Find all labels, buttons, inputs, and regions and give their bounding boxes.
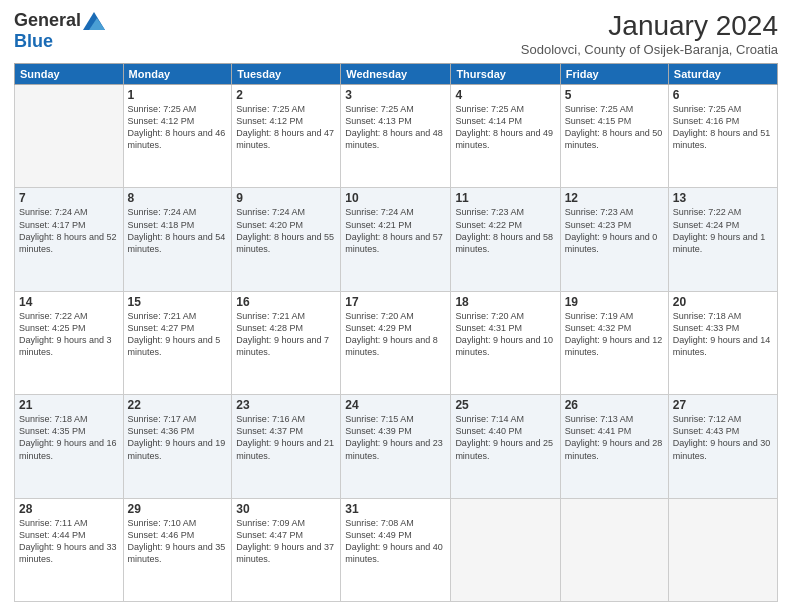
calendar-cell: 10Sunrise: 7:24 AMSunset: 4:21 PMDayligh… xyxy=(341,188,451,291)
day-info: Sunrise: 7:25 AMSunset: 4:14 PMDaylight:… xyxy=(455,103,555,152)
calendar-cell: 7Sunrise: 7:24 AMSunset: 4:17 PMDaylight… xyxy=(15,188,124,291)
calendar-cell xyxy=(451,498,560,601)
calendar-cell: 27Sunrise: 7:12 AMSunset: 4:43 PMDayligh… xyxy=(668,395,777,498)
day-info: Sunrise: 7:24 AMSunset: 4:21 PMDaylight:… xyxy=(345,206,446,255)
day-number: 24 xyxy=(345,398,446,412)
day-info: Sunrise: 7:23 AMSunset: 4:22 PMDaylight:… xyxy=(455,206,555,255)
day-info: Sunrise: 7:24 AMSunset: 4:18 PMDaylight:… xyxy=(128,206,228,255)
col-saturday: Saturday xyxy=(668,64,777,85)
calendar-cell: 25Sunrise: 7:14 AMSunset: 4:40 PMDayligh… xyxy=(451,395,560,498)
day-info: Sunrise: 7:23 AMSunset: 4:23 PMDaylight:… xyxy=(565,206,664,255)
day-number: 16 xyxy=(236,295,336,309)
day-info: Sunrise: 7:21 AMSunset: 4:28 PMDaylight:… xyxy=(236,310,336,359)
day-info: Sunrise: 7:13 AMSunset: 4:41 PMDaylight:… xyxy=(565,413,664,462)
day-info: Sunrise: 7:24 AMSunset: 4:17 PMDaylight:… xyxy=(19,206,119,255)
day-number: 22 xyxy=(128,398,228,412)
calendar-cell: 29Sunrise: 7:10 AMSunset: 4:46 PMDayligh… xyxy=(123,498,232,601)
col-friday: Friday xyxy=(560,64,668,85)
calendar-cell: 24Sunrise: 7:15 AMSunset: 4:39 PMDayligh… xyxy=(341,395,451,498)
calendar-cell: 22Sunrise: 7:17 AMSunset: 4:36 PMDayligh… xyxy=(123,395,232,498)
col-sunday: Sunday xyxy=(15,64,124,85)
day-info: Sunrise: 7:19 AMSunset: 4:32 PMDaylight:… xyxy=(565,310,664,359)
calendar-table: Sunday Monday Tuesday Wednesday Thursday… xyxy=(14,63,778,602)
day-number: 19 xyxy=(565,295,664,309)
logo: General Blue xyxy=(14,10,105,52)
day-number: 14 xyxy=(19,295,119,309)
header-row: Sunday Monday Tuesday Wednesday Thursday… xyxy=(15,64,778,85)
calendar-cell: 13Sunrise: 7:22 AMSunset: 4:24 PMDayligh… xyxy=(668,188,777,291)
calendar-cell: 18Sunrise: 7:20 AMSunset: 4:31 PMDayligh… xyxy=(451,291,560,394)
day-number: 13 xyxy=(673,191,773,205)
page: General Blue January 2024 Sodolovci, Cou… xyxy=(0,0,792,612)
calendar-week-2: 7Sunrise: 7:24 AMSunset: 4:17 PMDaylight… xyxy=(15,188,778,291)
day-number: 2 xyxy=(236,88,336,102)
day-number: 15 xyxy=(128,295,228,309)
day-info: Sunrise: 7:08 AMSunset: 4:49 PMDaylight:… xyxy=(345,517,446,566)
day-number: 3 xyxy=(345,88,446,102)
calendar-week-5: 28Sunrise: 7:11 AMSunset: 4:44 PMDayligh… xyxy=(15,498,778,601)
day-info: Sunrise: 7:18 AMSunset: 4:35 PMDaylight:… xyxy=(19,413,119,462)
day-number: 5 xyxy=(565,88,664,102)
calendar-cell xyxy=(560,498,668,601)
calendar-cell: 20Sunrise: 7:18 AMSunset: 4:33 PMDayligh… xyxy=(668,291,777,394)
day-number: 9 xyxy=(236,191,336,205)
day-info: Sunrise: 7:25 AMSunset: 4:15 PMDaylight:… xyxy=(565,103,664,152)
day-number: 17 xyxy=(345,295,446,309)
day-info: Sunrise: 7:25 AMSunset: 4:13 PMDaylight:… xyxy=(345,103,446,152)
day-number: 11 xyxy=(455,191,555,205)
day-number: 28 xyxy=(19,502,119,516)
col-monday: Monday xyxy=(123,64,232,85)
title-block: January 2024 Sodolovci, County of Osijek… xyxy=(521,10,778,57)
col-thursday: Thursday xyxy=(451,64,560,85)
calendar-cell: 17Sunrise: 7:20 AMSunset: 4:29 PMDayligh… xyxy=(341,291,451,394)
calendar-cell: 19Sunrise: 7:19 AMSunset: 4:32 PMDayligh… xyxy=(560,291,668,394)
day-info: Sunrise: 7:14 AMSunset: 4:40 PMDaylight:… xyxy=(455,413,555,462)
day-number: 27 xyxy=(673,398,773,412)
day-info: Sunrise: 7:10 AMSunset: 4:46 PMDaylight:… xyxy=(128,517,228,566)
day-info: Sunrise: 7:18 AMSunset: 4:33 PMDaylight:… xyxy=(673,310,773,359)
calendar-cell: 6Sunrise: 7:25 AMSunset: 4:16 PMDaylight… xyxy=(668,85,777,188)
calendar-cell: 31Sunrise: 7:08 AMSunset: 4:49 PMDayligh… xyxy=(341,498,451,601)
calendar-cell: 15Sunrise: 7:21 AMSunset: 4:27 PMDayligh… xyxy=(123,291,232,394)
calendar-cell: 1Sunrise: 7:25 AMSunset: 4:12 PMDaylight… xyxy=(123,85,232,188)
day-info: Sunrise: 7:21 AMSunset: 4:27 PMDaylight:… xyxy=(128,310,228,359)
logo-blue-text: Blue xyxy=(14,31,53,52)
calendar-week-3: 14Sunrise: 7:22 AMSunset: 4:25 PMDayligh… xyxy=(15,291,778,394)
day-number: 18 xyxy=(455,295,555,309)
calendar-cell: 23Sunrise: 7:16 AMSunset: 4:37 PMDayligh… xyxy=(232,395,341,498)
calendar-cell: 14Sunrise: 7:22 AMSunset: 4:25 PMDayligh… xyxy=(15,291,124,394)
location-subtitle: Sodolovci, County of Osijek-Baranja, Cro… xyxy=(521,42,778,57)
day-info: Sunrise: 7:16 AMSunset: 4:37 PMDaylight:… xyxy=(236,413,336,462)
calendar-cell: 5Sunrise: 7:25 AMSunset: 4:15 PMDaylight… xyxy=(560,85,668,188)
day-info: Sunrise: 7:11 AMSunset: 4:44 PMDaylight:… xyxy=(19,517,119,566)
day-info: Sunrise: 7:12 AMSunset: 4:43 PMDaylight:… xyxy=(673,413,773,462)
calendar-cell xyxy=(15,85,124,188)
day-number: 1 xyxy=(128,88,228,102)
month-title: January 2024 xyxy=(521,10,778,42)
calendar-cell: 11Sunrise: 7:23 AMSunset: 4:22 PMDayligh… xyxy=(451,188,560,291)
calendar-cell: 28Sunrise: 7:11 AMSunset: 4:44 PMDayligh… xyxy=(15,498,124,601)
day-number: 25 xyxy=(455,398,555,412)
calendar-week-4: 21Sunrise: 7:18 AMSunset: 4:35 PMDayligh… xyxy=(15,395,778,498)
day-number: 20 xyxy=(673,295,773,309)
day-number: 7 xyxy=(19,191,119,205)
day-info: Sunrise: 7:22 AMSunset: 4:25 PMDaylight:… xyxy=(19,310,119,359)
calendar-cell: 30Sunrise: 7:09 AMSunset: 4:47 PMDayligh… xyxy=(232,498,341,601)
calendar-cell: 12Sunrise: 7:23 AMSunset: 4:23 PMDayligh… xyxy=(560,188,668,291)
day-number: 31 xyxy=(345,502,446,516)
day-number: 6 xyxy=(673,88,773,102)
calendar-cell xyxy=(668,498,777,601)
day-info: Sunrise: 7:25 AMSunset: 4:12 PMDaylight:… xyxy=(128,103,228,152)
day-info: Sunrise: 7:17 AMSunset: 4:36 PMDaylight:… xyxy=(128,413,228,462)
calendar-cell: 4Sunrise: 7:25 AMSunset: 4:14 PMDaylight… xyxy=(451,85,560,188)
day-number: 29 xyxy=(128,502,228,516)
calendar-cell: 16Sunrise: 7:21 AMSunset: 4:28 PMDayligh… xyxy=(232,291,341,394)
calendar-cell: 21Sunrise: 7:18 AMSunset: 4:35 PMDayligh… xyxy=(15,395,124,498)
calendar-cell: 3Sunrise: 7:25 AMSunset: 4:13 PMDaylight… xyxy=(341,85,451,188)
day-number: 8 xyxy=(128,191,228,205)
day-info: Sunrise: 7:20 AMSunset: 4:29 PMDaylight:… xyxy=(345,310,446,359)
day-number: 12 xyxy=(565,191,664,205)
calendar-cell: 2Sunrise: 7:25 AMSunset: 4:12 PMDaylight… xyxy=(232,85,341,188)
col-wednesday: Wednesday xyxy=(341,64,451,85)
day-number: 26 xyxy=(565,398,664,412)
